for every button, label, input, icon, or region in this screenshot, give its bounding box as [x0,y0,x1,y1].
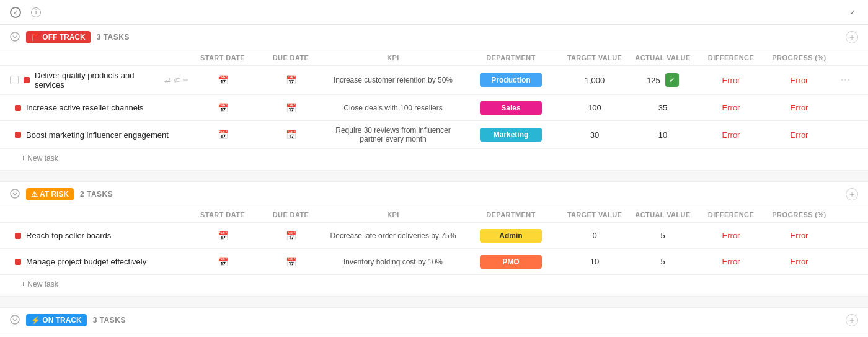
calendar-icon: 📅 [286,130,296,140]
svg-point-0 [11,32,19,41]
calendar-icon: 📅 [218,257,228,267]
kpi-cell: Increase customer retention by 50% [325,76,461,84]
task-name-cell: Reach top seller boards [10,231,188,240]
col-header-2: DUE DATE [257,211,325,218]
col-header-7: DIFFERENCE [697,54,765,61]
actual-value: 35 [658,103,667,112]
actual-value-cell: 5 [629,231,697,240]
due-date-cell[interactable]: 📅 [257,103,325,113]
col-header-7: DIFFERENCE [697,211,765,218]
edit-icon[interactable]: ✏ [183,76,188,84]
col-header-1: START DATE [188,54,257,61]
task-name-cell: Increase active reseller channels [10,103,188,112]
department-badge: Marketing [480,128,542,142]
section-spacer [0,171,868,182]
actual-value-cell: 10 [629,130,697,140]
table-row: Deliver quality products and services⇄🏷✏… [0,66,868,95]
start-date-cell[interactable]: 📅 [188,257,257,267]
department-badge: Admin [480,229,542,243]
due-date-cell[interactable]: 📅 [257,130,325,140]
col-header-3: KPI [325,54,461,61]
due-date-cell[interactable]: 📅 [257,257,325,267]
task-count-off-track: 3 TASKS [97,33,130,42]
add-icon-at-risk[interactable]: + [846,188,858,200]
progress-cell: Error [765,130,833,140]
kpi-cell: Close deals with 100 resellers [325,104,461,112]
tag-icon[interactable]: 🏷 [174,76,180,84]
progress-cell: Error [765,103,833,112]
section-spacer [0,297,868,308]
sync-icon[interactable]: ⇄ [164,76,171,85]
col-headers-off-track: START DATEDUE DATEKPIDEPARTMENTTARGET VA… [0,50,868,66]
info-icon[interactable]: i [31,7,41,17]
section-header-off-track: 🚩 OFF TRACK3 TASKS+ [0,25,868,50]
col-header-5: TARGET VALUE [560,211,629,218]
due-date-cell[interactable]: 📅 [257,75,325,85]
actual-value: 5 [660,257,665,266]
top-bar-left: ✓ i [10,7,46,18]
progress-cell: Error [765,231,833,240]
kpi-cell: Require 30 reviews from influencer partn… [325,126,461,143]
difference-cell: Error [697,130,765,140]
start-date-cell[interactable]: 📅 [188,103,257,113]
top-bar: ✓ i ✓ [0,0,868,25]
progress-cell: Error [765,257,833,266]
svg-point-1 [11,189,19,198]
department-cell: Admin [461,229,560,243]
department-cell: Sales [461,101,560,115]
task-status-dot [15,233,21,239]
col-headers-on-track: START DATEDUE DATEKPIDEPARTMENTTARGET VA… [0,333,868,337]
add-icon-on-track[interactable]: + [846,314,858,326]
col-header-4: DEPARTMENT [461,211,560,218]
calendar-icon: 📅 [218,130,228,140]
section-on-track: ⚡ ON TRACK3 TASKS+START DATEDUE DATEKPID… [0,308,868,337]
section-off-track: 🚩 OFF TRACK3 TASKS+START DATEDUE DATEKPI… [0,25,868,171]
target-value-cell: 1,000 [560,76,629,85]
start-date-cell[interactable]: 📅 [188,130,257,140]
table-row: Increase active reseller channels📅📅Close… [0,95,868,121]
col-headers-at-risk: START DATEDUE DATEKPIDEPARTMENTTARGET VA… [0,207,868,223]
start-date-cell[interactable]: 📅 [188,231,257,241]
actual-value-badge: ✓ [665,73,679,87]
collapse-button-off-track[interactable] [10,32,20,43]
col-header-5: TARGET VALUE [560,54,629,61]
add-icon-off-track[interactable]: + [846,31,858,43]
task-name-cell: Deliver quality products and services⇄🏷✏ [10,71,188,89]
hide-closed-button[interactable]: ✓ [849,8,858,17]
task-name-label: Boost marketing influencer engagement [26,130,169,140]
difference-cell: Error [697,257,765,266]
start-date-cell[interactable]: 📅 [188,75,257,85]
new-task-row[interactable]: + New task [0,275,868,296]
difference-cell: Error [697,76,765,85]
actual-value-cell: 5 [629,257,697,266]
calendar-icon: 📅 [286,257,296,267]
row-checkbox[interactable] [10,76,19,84]
col-header-8: PROGRESS (%) [765,211,833,218]
task-count-at-risk: 2 TASKS [80,190,113,199]
calendar-icon: 📅 [218,103,228,113]
task-status-dot [15,132,21,138]
calendar-icon: 📅 [286,103,296,113]
task-name-cell: Boost marketing influencer engagement [10,130,188,140]
table-row: Reach top seller boards📅📅Decrease late o… [0,223,868,249]
collapse-button-on-track[interactable] [10,315,20,326]
collapse-button-at-risk[interactable] [10,189,20,200]
col-header-2: DUE DATE [257,54,325,61]
difference-cell: Error [697,103,765,112]
target-value-cell: 0 [560,231,629,240]
actual-value-cell: 125✓ [629,73,697,87]
calendar-icon: 📅 [218,231,228,241]
department-badge: PMO [480,255,542,269]
task-name-label: Reach top seller boards [26,231,111,240]
due-date-cell[interactable]: 📅 [257,231,325,241]
col-header-9 [833,54,858,61]
more-options-button[interactable]: ··· [833,74,858,86]
back-icon: ✓ [10,7,21,18]
target-value-cell: 100 [560,103,629,112]
new-task-row[interactable]: + New task [0,149,868,170]
col-header-4: DEPARTMENT [461,54,560,61]
calendar-icon: 📅 [286,75,296,85]
task-name-label: Increase active reseller channels [26,103,143,112]
difference-cell: Error [697,231,765,240]
task-name-label: Deliver quality products and services [35,71,157,89]
